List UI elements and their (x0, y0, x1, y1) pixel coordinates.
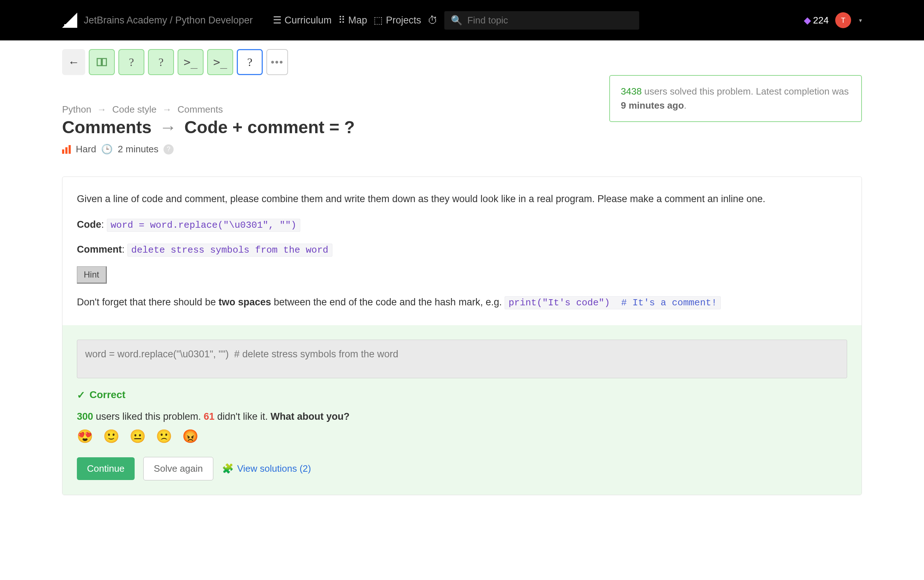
menu-icon: ☰ (273, 15, 282, 26)
page-title: Comments → Code + comment = ? (62, 117, 595, 137)
answer-area: ✓ Correct 300 users liked this problem. … (63, 325, 861, 495)
nav-map[interactable]: ⠿ Map (338, 15, 367, 26)
hint-comment: # It's a comment! (621, 297, 717, 308)
site-title[interactable]: JetBrains Academy / Python Developer (84, 15, 253, 26)
correct-label: Correct (89, 389, 125, 400)
title-left: Comments (62, 118, 152, 137)
reaction-row: 😍 🙂 😐 🙁 😡 (77, 429, 847, 444)
nav-curriculum-label: Curriculum (285, 15, 332, 26)
code-label: Code (77, 219, 101, 230)
solved-ago: 9 minutes ago (621, 100, 684, 111)
solved-count: 3438 (621, 86, 642, 97)
reaction-love[interactable]: 😍 (77, 429, 93, 444)
hint-bold: two spaces (218, 297, 271, 308)
back-button[interactable]: ← (62, 49, 85, 75)
search-icon: 🔍 (451, 15, 462, 26)
avatar-initial: T (841, 16, 845, 25)
search-input[interactable] (468, 15, 633, 26)
stopwatch-icon: ⏱ (428, 15, 438, 26)
feedback-prompt: What about you? (270, 411, 349, 422)
step-quiz-2[interactable]: ? (148, 49, 174, 75)
hint-text-b: between the end of the code and the hash… (271, 297, 505, 308)
arrow-left-icon: ← (68, 56, 79, 69)
feedback-text-a: users liked this problem. (93, 411, 204, 422)
breadcrumb-b[interactable]: Code style (112, 104, 156, 115)
solved-text: users solved this problem. Latest comple… (644, 86, 849, 97)
gem-icon: ◆ (804, 15, 811, 26)
problem-card: Given a line of code and comment, please… (62, 176, 862, 495)
time-label: 2 minutes (118, 143, 158, 155)
reaction-sad[interactable]: 🙁 (156, 429, 172, 444)
title-right: Code + comment = ? (184, 118, 355, 137)
step-quiz-1[interactable]: ? (119, 49, 144, 75)
hint-code: print("It's code") (509, 297, 610, 308)
logo-icon[interactable] (62, 13, 77, 28)
reaction-happy[interactable]: 🙂 (103, 429, 119, 444)
arrow-right-icon: → (97, 104, 107, 115)
hint-text-a: Don't forget that there should be (77, 297, 218, 308)
continue-button[interactable]: Continue (77, 457, 135, 480)
step-current[interactable]: ? (237, 49, 263, 75)
meta-row: Hard 🕒 2 minutes ? (62, 143, 595, 155)
problem-body: Given a line of code and comment, please… (63, 177, 861, 325)
feedback-line: 300 users liked this problem. 61 didn't … (77, 411, 847, 422)
help-icon[interactable]: ? (163, 144, 174, 155)
problem-intro: Given a line of code and comment, please… (77, 191, 847, 207)
nav-projects-label: Projects (386, 15, 421, 26)
arrow-right-icon: → (159, 118, 176, 137)
avatar[interactable]: T (835, 12, 851, 28)
arrow-right-icon: → (162, 104, 172, 115)
breadcrumb-a[interactable]: Python (62, 104, 91, 115)
step-more[interactable]: ••• (266, 49, 288, 75)
code-value: word = word.replace("\u0301", "") (107, 219, 301, 232)
dislikes-count: 61 (204, 411, 214, 422)
step-theory[interactable] (89, 49, 115, 75)
feedback-text-b: didn't like it. (214, 411, 270, 422)
hint-button[interactable]: Hint (77, 266, 107, 284)
action-row: Continue Solve again 🧩 View solutions (2… (77, 457, 847, 480)
top-header: JetBrains Academy / Python Developer ☰ C… (0, 0, 924, 40)
chevron-down-icon[interactable]: ▾ (859, 17, 862, 24)
grid-icon: ⠿ (338, 15, 346, 26)
reaction-neutral[interactable]: 😐 (130, 429, 146, 444)
step-code-1[interactable]: >_ (178, 49, 204, 75)
breadcrumb-c[interactable]: Comments (178, 104, 223, 115)
stepper-row: ← ? ? >_ >_ ? ••• (62, 49, 862, 75)
correct-indicator: ✓ Correct (77, 389, 847, 401)
step-code-2[interactable]: >_ (207, 49, 233, 75)
puzzle-icon: 🧩 (222, 463, 234, 474)
gems-value: 224 (813, 15, 829, 26)
breadcrumb: Python → Code style → Comments (62, 104, 595, 115)
nav-timer[interactable]: ⏱ (428, 15, 438, 26)
view-solutions-link[interactable]: 🧩 View solutions (2) (222, 463, 311, 474)
solve-again-button[interactable]: Solve again (143, 457, 213, 480)
nav-map-label: Map (348, 15, 367, 26)
difficulty-label: Hard (76, 143, 96, 155)
cube-icon: ⬚ (374, 15, 383, 26)
comment-label: Comment (77, 244, 122, 255)
check-icon: ✓ (77, 389, 85, 401)
book-icon (96, 56, 108, 68)
clock-icon: 🕒 (101, 143, 113, 155)
view-solutions-label: View solutions (2) (237, 463, 311, 474)
search-box[interactable]: 🔍 (444, 11, 639, 30)
likes-count: 300 (77, 411, 93, 422)
difficulty-icon (62, 145, 71, 154)
comment-value: delete stress symbols from the word (127, 244, 333, 257)
solved-info-box: 3438 users solved this problem. Latest c… (609, 75, 862, 122)
nav-projects[interactable]: ⬚ Projects (374, 15, 421, 26)
answer-input[interactable] (77, 339, 847, 378)
reaction-angry[interactable]: 😡 (182, 429, 199, 444)
gems-count[interactable]: ◆ 224 (804, 15, 829, 26)
nav-curriculum[interactable]: ☰ Curriculum (273, 15, 332, 26)
